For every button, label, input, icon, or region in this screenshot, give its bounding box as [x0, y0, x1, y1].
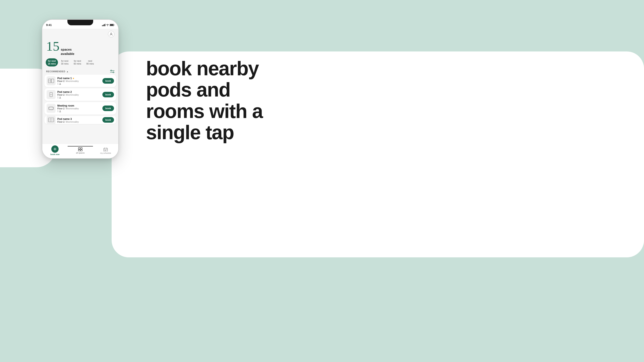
time-pill-30[interactable]: for next30 mins: [59, 58, 71, 66]
room-info-2: Pod name 2 Floor 2. Moominvalley 1: [57, 90, 101, 99]
person-small-icon-3: [59, 110, 61, 112]
star-icon-1: ★: [72, 77, 74, 80]
bottom-nav: book now all spaces: [42, 144, 118, 158]
phone-mockup: 9:41: [42, 19, 119, 159]
headline-section: book nearby pods and rooms with a single…: [146, 58, 352, 143]
svg-rect-1: [103, 25, 104, 26]
room-card-4[interactable]: Pod name 3 Floor 2. Moominvalley book: [44, 116, 116, 124]
book-button-1[interactable]: book: [102, 78, 114, 84]
room-info-4: Pod name 3 Floor 2. Moominvalley: [57, 117, 101, 123]
room-name-4: Pod name 3: [57, 117, 72, 120]
svg-line-27: [50, 110, 50, 110]
all-spaces-icon: [78, 147, 82, 151]
schedule-icon: [104, 148, 108, 151]
room-name-1: Pod name 1: [57, 77, 72, 80]
svg-rect-0: [102, 25, 102, 26]
wifi-icon: [106, 24, 109, 26]
time-pill-60[interactable]: for next60 mins: [72, 58, 83, 66]
svg-point-7: [111, 70, 112, 71]
svg-point-19: [60, 97, 60, 98]
nav-label-book-now: book now: [50, 153, 60, 155]
person-small-icon-2: [59, 96, 61, 99]
phone-header: [42, 29, 118, 39]
meeting-room-icon: [48, 105, 54, 111]
recommended-label: RECOMMENDED: [46, 70, 65, 73]
svg-rect-36: [81, 148, 82, 149]
svg-rect-5: [110, 24, 113, 25]
book-button-3[interactable]: book: [102, 105, 114, 111]
svg-line-26: [48, 109, 49, 110]
book-button-2[interactable]: book: [102, 92, 114, 97]
room-card-3[interactable]: Meeting room Floor 2. Moominvalley 1 boo…: [44, 102, 116, 114]
room-card-2[interactable]: Pod name 2 Floor 2. Moominvalley 1 book: [44, 88, 116, 101]
room-name-row-2: Pod name 2: [57, 90, 101, 93]
room-capacity-3: 1: [57, 110, 101, 112]
headline-text: book nearby pods and rooms with a single…: [146, 58, 352, 143]
svg-point-16: [60, 83, 60, 84]
nav-item-my-schedule[interactable]: my schedule: [93, 147, 118, 154]
svg-point-20: [48, 107, 54, 110]
room-name-row-3: Meeting room: [57, 104, 101, 107]
person-icon: [110, 32, 113, 35]
svg-line-30: [54, 109, 54, 110]
room-location-1: Floor 2. Moominvalley: [57, 80, 101, 82]
filter-icon-btn[interactable]: [110, 69, 114, 73]
pod-single-icon: [48, 92, 54, 98]
recommended-left: RECOMMENDED ▲: [46, 70, 68, 73]
room-image-2: [46, 90, 56, 99]
room-image-1: [46, 76, 56, 85]
book-now-icon-circle: [51, 145, 58, 153]
svg-line-21: [48, 107, 49, 107]
time-pill-15[interactable]: for next 15 mins: [46, 58, 58, 66]
svg-rect-14: [51, 79, 54, 83]
room-info-3: Meeting room Floor 2. Moominvalley 1: [57, 104, 101, 112]
person-small-icon: [59, 83, 61, 85]
room-location-3: Floor 2. Moominvalley: [57, 107, 101, 110]
room-name-2: Pod name 2: [57, 90, 72, 93]
svg-rect-35: [78, 148, 80, 149]
phone-content: 15 spaces available for next 15 mins for…: [42, 29, 118, 158]
room-image-3: [46, 104, 56, 113]
svg-point-10: [113, 72, 114, 73]
status-time: 9:41: [46, 23, 52, 26]
spaces-section: 15 spaces available: [42, 39, 118, 58]
room-capacity-2: 1: [57, 96, 101, 99]
svg-line-22: [50, 106, 50, 107]
nav-item-book-now[interactable]: book now: [42, 145, 68, 155]
time-pill-90[interactable]: next90 mins: [84, 58, 96, 66]
nav-label-all-spaces: all spaces: [76, 152, 84, 154]
nav-item-all-spaces[interactable]: all spaces: [68, 146, 93, 154]
room-image-4: [46, 116, 56, 124]
filter-icon: [110, 69, 114, 73]
svg-rect-2: [104, 24, 104, 26]
spaces-number: 15: [46, 39, 60, 53]
spaces-label-1: spaces: [61, 47, 74, 52]
profile-button[interactable]: [108, 31, 114, 37]
room-capacity-1: 1: [57, 82, 101, 85]
room-name-3: Meeting room: [57, 104, 74, 107]
svg-rect-3: [105, 24, 106, 26]
phone-frame: 9:41: [42, 19, 119, 159]
pod-wide-icon: [48, 117, 54, 123]
svg-point-31: [60, 110, 60, 111]
bottom-left-area: [0, 255, 112, 362]
pod-double-icon: [48, 78, 54, 84]
svg-point-6: [110, 33, 112, 34]
battery-icon: [110, 24, 114, 26]
recommended-header: RECOMMENDED ▲: [42, 69, 118, 75]
room-location-2: Floor 2. Moominvalley: [57, 94, 101, 96]
book-now-icon: [53, 147, 57, 151]
phone-notch: [68, 20, 93, 25]
nav-label-schedule: my schedule: [100, 152, 111, 154]
status-icons: [102, 24, 114, 26]
svg-rect-38: [81, 150, 82, 151]
room-card-1[interactable]: Pod name 1 ★ Floor 2. Moominvalley 1 boo…: [44, 75, 116, 87]
chevron-up-icon: ▲: [66, 70, 68, 73]
room-list: Pod name 1 ★ Floor 2. Moominvalley 1 boo…: [42, 75, 118, 124]
spaces-label-block: spaces available: [61, 47, 74, 56]
svg-line-25: [54, 107, 54, 107]
book-button-4[interactable]: book: [102, 117, 114, 123]
svg-rect-37: [78, 150, 80, 151]
room-name-row-1: Pod name 1 ★: [57, 77, 101, 80]
spaces-count-row: 15 spaces available: [46, 39, 114, 56]
